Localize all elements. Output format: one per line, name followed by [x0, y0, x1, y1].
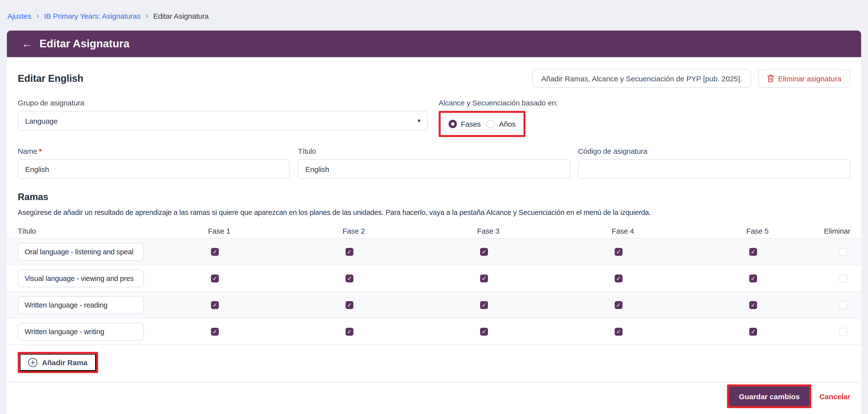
breadcrumb-link-asignaturas[interactable]: IB Primary Years: Asignaturas: [44, 11, 141, 20]
radio-fases-label: Fases: [461, 120, 481, 128]
radio-anos[interactable]: [487, 120, 495, 128]
col-header-eliminar: Eliminar: [811, 226, 850, 235]
plus-circle-icon: [28, 358, 37, 367]
table-row: ✓✓✓✓✓: [7, 318, 861, 345]
phase-checkbox[interactable]: ✓: [749, 301, 757, 309]
phase-checkbox[interactable]: ✓: [345, 301, 353, 309]
scope-sequence-label: Alcance y Secuenciación basado en:: [439, 99, 850, 107]
phase-checkbox[interactable]: ✓: [615, 327, 623, 336]
eliminar-checkbox[interactable]: [839, 327, 847, 336]
eliminar-checkbox[interactable]: [839, 248, 847, 256]
add-pyp-scope-label: Añadir Ramas, Alcance y Secuenciación de…: [541, 74, 742, 83]
content-card: Editar English Añadir Ramas, Alcance y S…: [7, 57, 861, 414]
col-header-fase4: Fase 4: [612, 226, 746, 235]
subject-group-select[interactable]: Language ▾: [18, 111, 428, 131]
phase-checkbox[interactable]: ✓: [211, 327, 219, 336]
name-field[interactable]: [18, 159, 290, 179]
ramas-heading: Ramas: [18, 192, 850, 202]
add-branch-button[interactable]: Añadir Rama: [20, 354, 96, 371]
subject-group-value: Language: [25, 117, 58, 125]
codigo-label: Código de asignatura: [578, 147, 850, 155]
add-branch-highlight: Añadir Rama: [18, 352, 98, 373]
branches-table: Título Fase 1 Fase 2 Fase 3 Fase 4 Fase …: [7, 223, 861, 345]
phase-checkbox[interactable]: ✓: [211, 301, 219, 309]
page-title: Editar Asignatura: [39, 37, 129, 50]
delete-subject-button[interactable]: Eliminar asignatura: [758, 69, 850, 88]
breadcrumb-current: Editar Asignatura: [153, 11, 209, 20]
trash-icon: [767, 74, 774, 82]
col-header-titulo: Título: [18, 226, 208, 235]
save-changes-button[interactable]: Guardar cambios: [729, 386, 810, 406]
breadcrumb-link-ajustes[interactable]: Ajustes: [7, 11, 31, 20]
phase-checkbox[interactable]: ✓: [211, 248, 219, 256]
phase-checkbox[interactable]: ✓: [345, 248, 353, 256]
col-header-fase2: Fase 2: [343, 226, 477, 235]
save-button-highlight: Guardar cambios: [727, 384, 812, 408]
branch-title-input[interactable]: [18, 269, 144, 287]
branches-table-body: ✓✓✓✓✓✓✓✓✓✓✓✓✓✓✓✓✓✓✓✓: [7, 238, 861, 345]
breadcrumb: Ajustes › IB Primary Years: Asignaturas …: [0, 0, 868, 21]
subject-edit-title: Editar English: [18, 73, 83, 84]
delete-subject-label: Eliminar asignatura: [778, 74, 841, 83]
phase-checkbox[interactable]: ✓: [749, 327, 757, 336]
breadcrumb-separator-icon: ›: [146, 12, 148, 19]
add-branch-label: Añadir Rama: [42, 358, 88, 367]
breadcrumb-separator-icon: ›: [36, 12, 39, 19]
titulo-label: Título: [298, 147, 570, 155]
table-row: ✓✓✓✓✓: [7, 291, 861, 318]
scope-basis-radio-group-highlight: Fases Años: [439, 111, 525, 137]
phase-checkbox[interactable]: ✓: [211, 274, 219, 282]
codigo-field[interactable]: [578, 159, 850, 179]
table-row: ✓✓✓✓✓: [7, 238, 861, 265]
titulo-field[interactable]: [298, 159, 570, 179]
phase-checkbox[interactable]: ✓: [345, 327, 353, 336]
phase-checkbox[interactable]: ✓: [345, 274, 353, 282]
phase-checkbox[interactable]: ✓: [480, 301, 488, 309]
page-header-bar: ← Editar Asignatura: [7, 31, 861, 57]
ramas-description: Asegúrese de añadir un resultado de apre…: [18, 209, 850, 216]
cancel-link[interactable]: Cancelar: [819, 392, 850, 401]
phase-checkbox[interactable]: ✓: [480, 327, 488, 336]
chevron-down-icon: ▾: [417, 117, 421, 124]
phase-checkbox[interactable]: ✓: [480, 248, 488, 256]
branch-title-input[interactable]: [18, 296, 144, 314]
add-pyp-scope-button[interactable]: Añadir Ramas, Alcance y Secuenciación de…: [532, 69, 751, 88]
phase-checkbox[interactable]: ✓: [615, 274, 623, 282]
required-asterisk: *: [39, 147, 42, 155]
back-arrow-icon[interactable]: ←: [22, 38, 33, 49]
phase-checkbox[interactable]: ✓: [749, 274, 757, 282]
radio-anos-label: Años: [499, 120, 516, 128]
eliminar-checkbox[interactable]: [839, 274, 847, 282]
branches-table-header: Título Fase 1 Fase 2 Fase 3 Fase 4 Fase …: [7, 223, 861, 238]
table-row: ✓✓✓✓✓: [7, 265, 861, 291]
radio-fases[interactable]: [448, 120, 457, 128]
branch-title-input[interactable]: [18, 323, 144, 340]
phase-checkbox[interactable]: ✓: [480, 274, 488, 282]
branch-title-input[interactable]: [18, 243, 144, 260]
name-label: Name*: [18, 147, 290, 155]
col-header-fase3: Fase 3: [477, 226, 612, 235]
eliminar-checkbox[interactable]: [839, 301, 847, 309]
col-header-fase1: Fase 1: [208, 226, 343, 235]
phase-checkbox[interactable]: ✓: [749, 248, 757, 256]
phase-checkbox[interactable]: ✓: [615, 248, 623, 256]
phase-checkbox[interactable]: ✓: [615, 301, 623, 309]
col-header-fase5: Fase 5: [746, 226, 811, 235]
subject-group-label: Grupo de asignatura: [18, 99, 428, 107]
